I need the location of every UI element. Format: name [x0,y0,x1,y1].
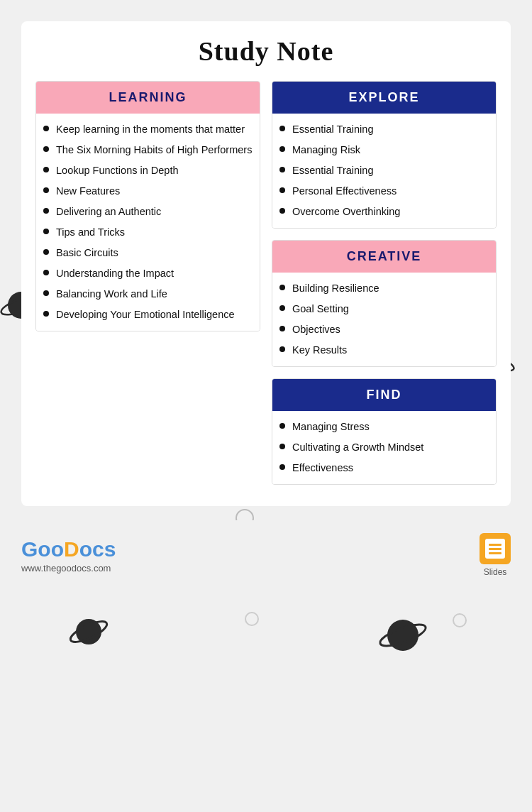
bullet-icon [279,326,285,331]
item-text: Essential Training [292,163,373,178]
svg-point-18 [378,620,428,650]
item-text: Managing Risk [292,143,360,158]
item-text: New Features [56,184,120,199]
list-item: Developing Your Emotional Intelligence [43,307,253,322]
logo-area: GooDocs www.thegoodocs.com [21,537,116,574]
bullet-icon [279,423,285,429]
list-item: Key Results [279,343,489,358]
svg-point-17 [387,620,419,651]
item-text: Understanding the Impact [56,266,174,281]
svg-point-15 [76,619,101,644]
svg-point-19 [245,613,258,625]
bullet-icon [43,249,49,255]
list-item: Managing Stress [279,419,489,434]
page-title: Study Note [35,35,497,67]
find-body: Managing Stress Cultivating a Growth Min… [272,411,496,484]
item-text: Delivering an Authentic [56,204,161,219]
list-item: Objectives [279,322,489,337]
learning-section: LEARNING Keep learning in the moments th… [35,81,260,331]
list-item: Building Resilience [279,281,489,296]
bullet-icon [43,126,49,131]
item-text: Tips and Tricks [56,225,125,240]
bullet-icon [279,305,285,311]
creative-body: Building Resilience Goal Setting Objecti… [272,273,496,366]
slides-label: Slides [484,567,507,577]
logo: GooDocs [21,537,116,561]
find-list: Managing Stress Cultivating a Growth Min… [279,419,489,476]
logo-d: D [64,537,79,561]
explore-list: Essential Training Managing Risk Essenti… [279,122,489,219]
creative-section: CREATIVE Building Resilience Goal Settin… [272,240,497,367]
learning-list: Keep learning in the moments that matter… [43,122,253,322]
slides-rect [480,533,511,564]
bullet-icon [43,290,49,296]
bullet-icon [279,126,285,131]
learning-header: LEARNING [36,82,260,114]
bullet-icon [279,208,285,214]
slides-line-3 [489,552,501,554]
right-column: EXPLORE Essential Training Managing Risk… [272,81,497,485]
learning-body: Keep learning in the moments that matter… [36,114,260,331]
list-item: Essential Training [279,122,489,137]
explore-header: EXPLORE [272,82,496,114]
slides-inner [485,539,505,559]
item-text: The Six Morning Habits of High Performer… [56,143,252,158]
bullet-icon [43,208,49,214]
bullet-icon [279,346,285,352]
list-item: Understanding the Impact [43,266,253,281]
list-item: Basic Circuits [43,246,253,260]
list-item: Goal Setting [279,302,489,317]
bullet-icon [43,167,49,172]
explore-section: EXPLORE Essential Training Managing Risk… [272,81,497,229]
main-card: Study Note LEARNING Keep learning in the… [21,21,511,506]
list-item: Tips and Tricks [43,225,253,240]
slides-lines [489,544,501,554]
item-text: Key Results [292,343,347,358]
explore-body: Essential Training Managing Risk Essenti… [272,114,496,228]
page-wrapper: Study Note LEARNING Keep learning in the… [0,0,532,812]
columns-wrapper: LEARNING Keep learning in the moments th… [35,81,497,485]
list-item: Balancing Work and Life [43,287,253,302]
bullet-icon [279,187,285,193]
slides-line-1 [489,544,501,546]
creative-list: Building Resilience Goal Setting Objecti… [279,281,489,358]
find-section: FIND Managing Stress Cultivating a Growt… [272,378,497,485]
item-text: Lookup Functions in Depth [56,163,179,178]
bullet-icon [279,464,285,470]
list-item: Effectiveness [279,461,489,476]
footer: GooDocs www.thegoodocs.com Slides [0,520,532,590]
item-text: Balancing Work and Life [56,287,167,302]
svg-point-16 [68,618,109,646]
item-text: Effectiveness [292,461,353,476]
list-item: Personal Effectiveness [279,184,489,199]
left-column: LEARNING Keep learning in the moments th… [35,81,260,331]
bullet-icon [43,187,49,193]
item-text: Basic Circuits [56,246,118,260]
bullet-icon [43,229,49,234]
list-item: Overcome Overthinking [279,204,489,219]
list-item: Cultivating a Growth Mindset [279,440,489,455]
item-text: Developing Your Emotional Intelligence [56,307,235,322]
list-item: Keep learning in the moments that matter [43,122,253,137]
bullet-icon [279,285,285,290]
list-item: Essential Training [279,163,489,178]
bullet-icon [279,146,285,152]
list-item: Managing Risk [279,143,489,158]
bullet-icon [43,270,49,275]
item-text: Essential Training [292,122,373,137]
bullet-icon [279,444,285,449]
item-text: Building Resilience [292,281,379,296]
svg-point-20 [453,614,466,627]
creative-header: CREATIVE [272,241,496,273]
item-text: Personal Effectiveness [292,184,397,199]
item-text: Overcome Overthinking [292,204,400,219]
logo-subtitle: www.thegoodocs.com [21,563,116,574]
item-text: Managing Stress [292,419,370,434]
bullet-icon [43,146,49,152]
list-item: Lookup Functions in Depth [43,163,253,178]
bullet-icon [279,167,285,172]
item-text: Cultivating a Growth Mindset [292,440,423,455]
list-item: New Features [43,184,253,199]
find-header: FIND [272,379,496,411]
logo-ocs: ocs [79,537,116,561]
